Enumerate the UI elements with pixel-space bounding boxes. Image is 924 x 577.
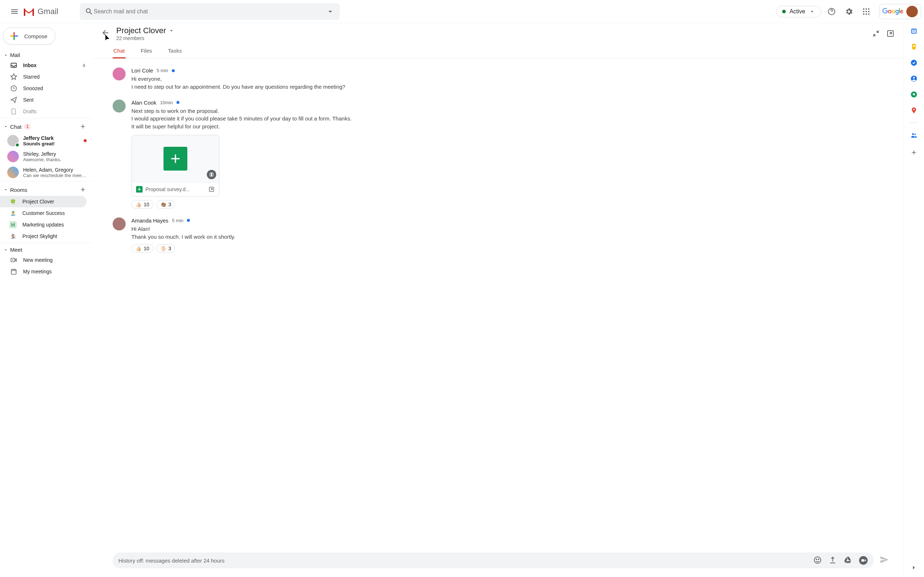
tab-files[interactable]: Files: [140, 44, 153, 58]
star-icon: [10, 73, 17, 81]
svg-point-21: [818, 559, 819, 560]
room-item[interactable]: M Marketing updates: [0, 219, 87, 230]
svg-point-19: [814, 557, 821, 563]
composer-row: History off: messages deleted after 24 h…: [92, 549, 903, 577]
inbox-count: 4: [82, 63, 85, 68]
nav-drafts[interactable]: Drafts: [0, 106, 89, 117]
chat-section-header[interactable]: Chat 1 +: [0, 121, 92, 133]
reaction-thumbs-up[interactable]: 👍🏻10: [131, 244, 153, 253]
collapse-icon[interactable]: [872, 29, 880, 38]
message-list[interactable]: Lori Cole 5 min Hi everyone, I need to s…: [92, 59, 903, 549]
keep-app-icon[interactable]: [910, 43, 918, 50]
tasks-app-icon[interactable]: [910, 59, 918, 66]
video-call-icon[interactable]: [859, 556, 868, 565]
add-chat-button[interactable]: +: [81, 122, 85, 131]
svg-point-9: [868, 13, 869, 15]
gmail-icon: [23, 7, 35, 16]
nav-inbox[interactable]: Inbox 4: [0, 60, 89, 71]
status-selector[interactable]: Active: [776, 6, 822, 17]
avatar: [113, 100, 126, 113]
google-logo-icon: [882, 8, 903, 15]
nav-label: Inbox: [23, 62, 36, 68]
message-composer[interactable]: History off: messages deleted after 24 h…: [113, 553, 874, 568]
hangouts-app-icon[interactable]: [910, 91, 918, 98]
sheets-icon: [163, 147, 187, 171]
video-plus-icon: [10, 256, 17, 264]
open-external-icon[interactable]: [208, 186, 215, 193]
message-author: Amanda Hayes: [131, 218, 168, 224]
conversation-tabs: Chat Files Tasks: [92, 44, 903, 59]
emoji-icon[interactable]: [813, 556, 822, 564]
back-button[interactable]: [101, 29, 110, 39]
nav-snoozed[interactable]: Snoozed: [0, 82, 89, 94]
rooms-section-header[interactable]: Rooms +: [0, 184, 92, 196]
mail-label: Mail: [10, 52, 20, 58]
chat-item[interactable]: Jeffery Clark Sounds great!: [0, 133, 92, 148]
inbox-icon: [10, 62, 17, 69]
search-icon: [85, 7, 94, 16]
user-avatar[interactable]: [906, 6, 918, 17]
search-options-icon[interactable]: [326, 7, 334, 16]
reaction-clap[interactable]: 👏🏽3: [156, 200, 175, 209]
hamburger-menu[interactable]: [6, 3, 23, 20]
svg-point-33: [914, 134, 916, 135]
emoji-icon: 👍🏻: [135, 246, 142, 251]
room-name: Project Clover: [23, 199, 54, 205]
chevron-down-icon: [809, 8, 815, 15]
upload-icon[interactable]: [828, 556, 837, 564]
compose-button[interactable]: Compose: [3, 27, 56, 45]
caret-down-icon: [3, 124, 8, 129]
maps-app-icon[interactable]: [910, 107, 918, 114]
add-app-icon[interactable]: [910, 149, 918, 156]
room-name: Customer Success: [23, 210, 65, 216]
message-time: 10min: [160, 100, 173, 105]
chat-preview: Sounds great!: [23, 141, 79, 147]
chat-name: Shirley, Jeffery: [23, 151, 87, 157]
svg-point-29: [913, 77, 915, 79]
conversation-title-button[interactable]: Project Clover: [116, 26, 175, 35]
settings-button[interactable]: [842, 4, 856, 19]
collapse-panel-button[interactable]: [910, 564, 918, 573]
meet-section-header[interactable]: Meet: [0, 245, 92, 254]
search-bar[interactable]: [80, 3, 340, 20]
add-room-button[interactable]: +: [81, 185, 85, 194]
chat-item[interactable]: Shirley, Jeffery Awesome, thanks.: [0, 148, 92, 164]
drive-icon[interactable]: [843, 556, 852, 564]
reaction-thumbs-up[interactable]: 👍🏻10: [131, 200, 153, 209]
apps-button[interactable]: [859, 4, 874, 19]
room-item[interactable]: 🏂 Project Skylight: [0, 230, 87, 242]
send-button[interactable]: [880, 555, 889, 566]
tab-chat[interactable]: Chat: [113, 44, 126, 58]
search-input[interactable]: [94, 8, 326, 15]
chat-name: Jeffery Clark: [23, 135, 79, 141]
calendar-app-icon[interactable]: 31: [910, 27, 918, 35]
nav-label: Sent: [23, 97, 34, 103]
svg-point-8: [866, 13, 867, 15]
people-app-icon[interactable]: [910, 132, 918, 139]
message-author: Alan Cook: [131, 100, 156, 106]
nav-sent[interactable]: Sent: [0, 94, 89, 106]
nav-label: New meeting: [23, 257, 53, 263]
chat-item[interactable]: Helen, Adam, Gregory Can we reschedule t…: [0, 164, 92, 180]
reaction-wave[interactable]: 🖐🏻3: [156, 244, 175, 253]
room-item[interactable]: 🏝️ Customer Success: [0, 207, 87, 219]
new-meeting-button[interactable]: New meeting: [0, 254, 89, 266]
attachment-card[interactable]: Proposal survey.d...: [131, 135, 220, 197]
contacts-app-icon[interactable]: [910, 75, 918, 82]
gmail-logo[interactable]: Gmail: [23, 7, 58, 16]
open-new-icon[interactable]: [886, 29, 895, 38]
room-name: Project Skylight: [23, 233, 57, 239]
mail-section-header[interactable]: Mail: [0, 50, 92, 60]
svg-point-4: [863, 11, 864, 12]
room-item[interactable]: 🍀 Project Clover: [0, 196, 87, 207]
app-name-text: Gmail: [37, 7, 58, 16]
account-switcher[interactable]: [879, 4, 921, 19]
help-button[interactable]: [824, 4, 839, 19]
message: Lori Cole 5 min Hi everyone, I need to s…: [113, 68, 889, 91]
chevron-right-icon: [910, 564, 918, 571]
tab-tasks[interactable]: Tasks: [167, 44, 182, 58]
svg-point-6: [868, 11, 869, 12]
nav-starred[interactable]: Starred: [0, 71, 89, 82]
message-author: Lori Cole: [131, 68, 153, 74]
my-meetings-button[interactable]: My meetings: [0, 266, 89, 277]
